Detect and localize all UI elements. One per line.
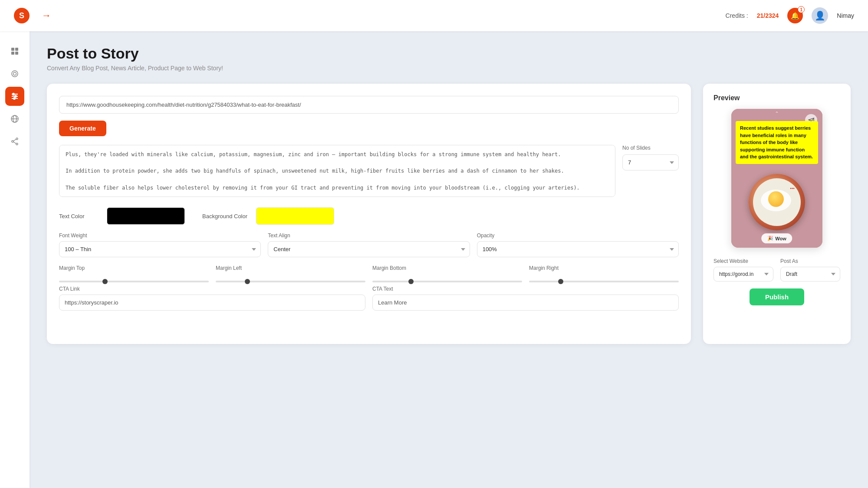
wow-button[interactable]: 🎉 Wow bbox=[761, 233, 792, 243]
opacity-label: Opacity bbox=[477, 233, 679, 239]
story-preview: Recent studies suggest berries have bene… bbox=[731, 109, 822, 248]
opacity-select[interactable]: 100% 90% 80% 70% bbox=[477, 241, 679, 257]
logo-text: S bbox=[19, 11, 24, 20]
food-plate: ●●● bbox=[753, 178, 801, 226]
svg-point-10 bbox=[15, 95, 16, 97]
back-arrow-icon[interactable]: → bbox=[42, 10, 51, 21]
cta-link-group: CTA Link bbox=[59, 286, 365, 311]
page-title: Post to Story bbox=[47, 45, 851, 62]
svg-point-5 bbox=[13, 72, 16, 75]
sidebar-item-sliders[interactable] bbox=[5, 87, 24, 106]
topbar-right: Credits : 21/2324 🔔 1 👤 Nimay bbox=[726, 7, 854, 24]
right-panel: Preview Recent studies suggest berries h… bbox=[703, 84, 851, 344]
text-editor[interactable]: Plus, they're loaded with minerals like … bbox=[59, 145, 615, 197]
credits-value: 21/2324 bbox=[757, 12, 779, 19]
margin-right-label: Margin Right bbox=[529, 265, 679, 271]
bg-color-label: Background Color bbox=[202, 213, 247, 219]
post-as-label: Post As bbox=[780, 258, 840, 264]
app-logo: S bbox=[14, 8, 30, 23]
page-subtitle: Convert Any Blog Post, News Article, Pro… bbox=[47, 65, 851, 72]
margin-top-label: Margin Top bbox=[59, 265, 209, 271]
font-weight-label: Font Weight bbox=[59, 233, 261, 239]
sidebar-item-grid[interactable] bbox=[5, 42, 24, 61]
credits-label: Credits : bbox=[726, 12, 748, 19]
cta-link-input[interactable] bbox=[59, 295, 365, 311]
svg-point-17 bbox=[12, 141, 13, 142]
post-as-group: Post As Draft Published bbox=[780, 258, 840, 282]
user-name: Nimay bbox=[837, 12, 854, 19]
svg-rect-1 bbox=[15, 48, 18, 51]
wow-label: Wow bbox=[775, 236, 786, 241]
story-text: Recent studies suggest berries have bene… bbox=[740, 124, 814, 160]
margin-bottom-slider[interactable] bbox=[372, 281, 522, 282]
text-color-swatch[interactable] bbox=[107, 207, 185, 225]
publish-row: Select Website https://gorod.in Post As … bbox=[713, 258, 840, 282]
svg-line-19 bbox=[13, 142, 16, 144]
cta-text-input[interactable] bbox=[372, 295, 679, 311]
opacity-group: Opacity 100% 90% 80% 70% bbox=[477, 233, 679, 257]
scroll-up-arrow: ⌃ bbox=[775, 111, 779, 117]
typography-row: Font Weight 100 – Thin 200 – Extra Light… bbox=[59, 233, 679, 257]
margin-top-slider[interactable] bbox=[59, 281, 209, 282]
cta-text-group: CTA Text bbox=[372, 286, 679, 311]
sidebar-item-layers[interactable] bbox=[5, 64, 24, 83]
text-editor-container: Plus, they're loaded with minerals like … bbox=[59, 145, 615, 199]
font-weight-select[interactable]: 100 – Thin 200 – Extra Light 400 – Norma… bbox=[59, 241, 261, 257]
select-website-label: Select Website bbox=[713, 258, 773, 264]
preview-title: Preview bbox=[713, 94, 840, 102]
publish-section: Select Website https://gorod.in Post As … bbox=[713, 258, 840, 305]
margin-bottom-label: Margin Bottom bbox=[372, 265, 522, 271]
margin-row: Margin Top Margin Left Margin Bottom bbox=[59, 265, 679, 286]
publish-button[interactable]: Publish bbox=[750, 288, 804, 305]
editor-row: Plus, they're loaded with minerals like … bbox=[59, 145, 679, 199]
text-color-label: Text Color bbox=[59, 213, 98, 219]
notification-badge: 1 bbox=[798, 6, 805, 13]
color-row: Text Color Background Color bbox=[59, 207, 679, 225]
svg-line-18 bbox=[13, 139, 16, 141]
text-align-label: Text Align bbox=[268, 233, 470, 239]
svg-point-9 bbox=[13, 93, 14, 95]
story-text-overlay: Recent studies suggest berries have bene… bbox=[736, 121, 818, 164]
post-as-select[interactable]: Draft Published bbox=[780, 267, 840, 282]
text-align-group: Text Align Center Left Right Justify bbox=[268, 233, 470, 257]
notification-button[interactable]: 🔔 1 bbox=[787, 8, 803, 23]
margin-right-slider[interactable] bbox=[529, 281, 679, 282]
select-website-select[interactable]: https://gorod.in bbox=[713, 267, 773, 282]
margin-top-group: Margin Top bbox=[59, 265, 209, 286]
slides-label: No of Slides bbox=[622, 145, 679, 151]
egg-yolk bbox=[768, 191, 784, 207]
margin-left-group: Margin Left bbox=[216, 265, 365, 286]
select-website-group: Select Website https://gorod.in bbox=[713, 258, 773, 282]
svg-point-16 bbox=[16, 143, 18, 145]
svg-rect-3 bbox=[15, 52, 18, 55]
margin-left-slider[interactable] bbox=[216, 281, 365, 282]
slides-select[interactable]: 7 5 6 8 9 10 bbox=[622, 154, 679, 170]
svg-rect-0 bbox=[11, 48, 14, 51]
margin-bottom-group: Margin Bottom bbox=[372, 265, 522, 286]
text-align-select[interactable]: Center Left Right Justify bbox=[268, 241, 470, 257]
food-image: ●●● bbox=[749, 174, 805, 230]
bg-color-swatch[interactable] bbox=[256, 207, 334, 225]
cta-link-label: CTA Link bbox=[59, 286, 365, 292]
sauce-dots: ●●● bbox=[790, 187, 795, 190]
margin-right-group: Margin Right bbox=[529, 265, 679, 286]
cta-row: CTA Link CTA Text bbox=[59, 286, 679, 311]
generate-button[interactable]: Generate bbox=[59, 121, 106, 136]
sidebar-item-share[interactable] bbox=[5, 132, 24, 151]
slides-panel: No of Slides 7 5 6 8 9 10 bbox=[622, 145, 679, 199]
main-content: Post to Story Convert Any Blog Post, New… bbox=[30, 31, 868, 488]
cta-text-label: CTA Text bbox=[372, 286, 679, 292]
sidebar-item-globe[interactable] bbox=[5, 109, 24, 128]
svg-point-15 bbox=[16, 138, 18, 140]
content-wrapper: Generate Plus, they're loaded with miner… bbox=[47, 84, 851, 344]
avatar: 👤 bbox=[812, 7, 828, 24]
svg-rect-2 bbox=[11, 52, 14, 55]
sidebar bbox=[0, 31, 30, 488]
margin-left-label: Margin Left bbox=[216, 265, 365, 271]
url-input[interactable] bbox=[59, 96, 679, 114]
font-weight-group: Font Weight 100 – Thin 200 – Extra Light… bbox=[59, 233, 261, 257]
story-image: Recent studies suggest berries have bene… bbox=[731, 109, 822, 248]
svg-point-11 bbox=[13, 98, 15, 99]
left-panel: Generate Plus, they're loaded with miner… bbox=[47, 84, 691, 344]
topbar: S → Credits : 21/2324 🔔 1 👤 Nimay bbox=[0, 0, 868, 31]
